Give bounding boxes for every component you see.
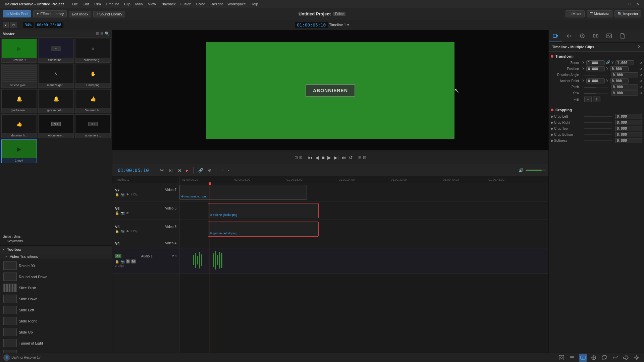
media-item-abonniere[interactable]: ABO Abonniere... [38, 114, 74, 138]
media-item-glockewei[interactable]: 🔔 glocke wei... [1, 89, 37, 113]
menu-fairlight[interactable]: Fairlight [208, 2, 225, 6]
timeline-tool-trim[interactable]: ▸ [185, 167, 190, 174]
stop-button[interactable]: ■ [322, 155, 324, 160]
zoom-fit-icon[interactable]: ⊠ [299, 155, 303, 160]
timeline-dropdown[interactable]: Timeline 1 ▾ [329, 23, 349, 27]
yaw-slider[interactable] [584, 93, 608, 94]
track-v6-clips[interactable]: ⊕ striche glocke.png [179, 201, 548, 220]
pip-icon[interactable]: ⊟ [363, 155, 366, 160]
media-item-daumenh[interactable]: 👍 Daumen h... [75, 89, 111, 113]
media-item-subscribe[interactable]: ■ Subscribe... [38, 39, 74, 63]
menu-edit[interactable]: Edit [80, 2, 91, 6]
zoom-in-timeline[interactable]: + [220, 167, 225, 173]
anchor-y-input[interactable] [610, 78, 629, 83]
timeline-tool-blade[interactable]: ⊠ [176, 167, 183, 174]
media-pool-tab[interactable]: ⊞ Media Pool [3, 10, 31, 17]
crop-right-input[interactable] [615, 120, 642, 125]
crop-right-slider[interactable] [584, 122, 612, 123]
crop-bottom-slider[interactable] [584, 134, 612, 135]
anc-reset-icon[interactable]: ↺ [639, 79, 642, 83]
crop-left-slider[interactable] [584, 116, 612, 117]
cam-icon-v7[interactable]: 📷 [120, 193, 124, 196]
media-item-striche[interactable]: striche gloc... [1, 64, 37, 88]
volume-slider[interactable] [526, 170, 546, 171]
cam-icon-a1[interactable]: 📷 [120, 260, 124, 263]
mute-icon-a1[interactable]: M [131, 259, 136, 263]
loop-button[interactable]: ↺ [349, 155, 353, 160]
anchor-x-input[interactable] [586, 78, 605, 83]
edit-page-icon[interactable] [579, 354, 587, 362]
link-zoom-icon[interactable]: 🔗 [606, 60, 610, 65]
color-page-icon[interactable] [600, 354, 608, 362]
inspector-button[interactable]: 🔍 Inspector [614, 10, 641, 17]
yaw-reset-icon[interactable]: ↺ [639, 91, 642, 95]
transition-tunnel[interactable]: Tunnel of Light [1, 338, 111, 349]
lock-icon-v6[interactable]: 🔒 [115, 211, 119, 215]
link-icon[interactable]: 🔗 [197, 167, 205, 173]
window-minimize[interactable]: ─ [619, 2, 626, 6]
sound-library-tab[interactable]: ♪ Sound Library [93, 11, 125, 17]
media-item-glockegefu[interactable]: 🔔 glocke gefu... [38, 89, 74, 113]
play-button[interactable]: ▶ [327, 155, 331, 160]
lock-icon-v5[interactable]: 🔒 [115, 230, 119, 233]
lock-icon-a1[interactable]: 🔒 [115, 260, 119, 263]
clip-glocke[interactable]: ⊕ glocke gefuilt.png [208, 222, 319, 237]
zoom-reset-icon[interactable]: ↺ [639, 61, 642, 65]
mixer-button[interactable]: ⊞ Mixer [566, 10, 585, 17]
media-page-icon[interactable] [557, 354, 566, 362]
rotation-slider[interactable] [584, 75, 608, 75]
deliver-page-icon[interactable] [622, 354, 630, 362]
tool-edit[interactable]: ✂ [10, 22, 17, 28]
media-item-hand[interactable]: ✋ Hand.png [75, 64, 111, 88]
window-close[interactable]: ✕ [634, 2, 641, 6]
menu-help[interactable]: Help [249, 2, 260, 6]
media-item-mauszerger[interactable]: ↖ mauszeiger... [38, 64, 74, 88]
eye-icon-v6[interactable]: 👁 [126, 211, 129, 215]
track-v4-clips[interactable] [179, 238, 548, 248]
track-v7-clips[interactable]: ⊕ mauszeige....png [179, 183, 548, 201]
softness-input[interactable] [615, 138, 642, 143]
menu-trim[interactable]: Trim [92, 2, 103, 6]
toolbox-header[interactable]: ▾ Toolbox [0, 246, 112, 253]
crop-bottom-input[interactable] [615, 132, 642, 137]
pitch-slider[interactable] [584, 87, 608, 87]
rot-reset-icon[interactable]: ↺ [639, 73, 642, 77]
snap-icon[interactable]: ⊕ [207, 167, 213, 173]
goto-start-button[interactable]: ⏮ [308, 155, 313, 160]
zoom-x-input[interactable] [586, 60, 605, 65]
smart-bins-label[interactable]: Smart Bins [3, 234, 109, 238]
search-icon[interactable]: 🔍 [105, 32, 109, 36]
keywords-label[interactable]: Keywords [3, 239, 109, 243]
cam-icon-v5[interactable]: 📷 [120, 230, 124, 233]
transition-slide-up[interactable]: Slide Up [1, 326, 111, 338]
flip-h-button[interactable]: ⇔ [584, 97, 592, 102]
solo-icon-a1[interactable]: S [126, 259, 130, 263]
zoom-out-timeline[interactable]: - [227, 167, 231, 173]
softness-slider[interactable] [584, 140, 612, 141]
yaw-input[interactable] [611, 90, 638, 96]
rotation-input[interactable] [611, 72, 638, 77]
cut-page-icon[interactable] [568, 354, 576, 362]
eye-icon-v5[interactable]: 👁 [126, 230, 129, 233]
crop-icon[interactable]: ⊡ [294, 155, 298, 160]
metadata-button[interactable]: ☰ Metadata [587, 10, 612, 17]
tab-file[interactable] [616, 30, 629, 42]
zoom-y-input[interactable] [615, 60, 634, 65]
media-item-subscribeg[interactable]: ■ subscribe g... [75, 39, 111, 63]
track-v5-clips[interactable]: ⊕ glocke gefuilt.png [179, 220, 548, 238]
timeline-tool-arrow[interactable]: ✂ [159, 167, 165, 174]
list-view-icon[interactable]: ☰ [96, 32, 99, 36]
menu-playback[interactable]: Playback [159, 2, 178, 6]
transition-slice-push[interactable]: Slice Push [1, 282, 111, 293]
clip-striche[interactable]: ⊕ striche glocke.png [208, 203, 319, 218]
timeline-tool-select[interactable]: ⊡ [167, 167, 174, 174]
inspector-close[interactable]: ✕ [638, 45, 641, 49]
crop-top-input[interactable] [615, 126, 642, 131]
transform-header[interactable]: Transform [551, 54, 642, 59]
fairlight-page-icon[interactable] [611, 354, 619, 362]
crop-top-slider[interactable] [584, 128, 612, 129]
media-item-timeline1[interactable]: ▶ Timeline 1 [1, 39, 37, 63]
transition-slide-down[interactable]: Slide Down [1, 293, 111, 304]
crop-left-input[interactable] [615, 114, 642, 119]
clip-mausze[interactable]: ⊕ mauszeige....png [179, 185, 307, 200]
